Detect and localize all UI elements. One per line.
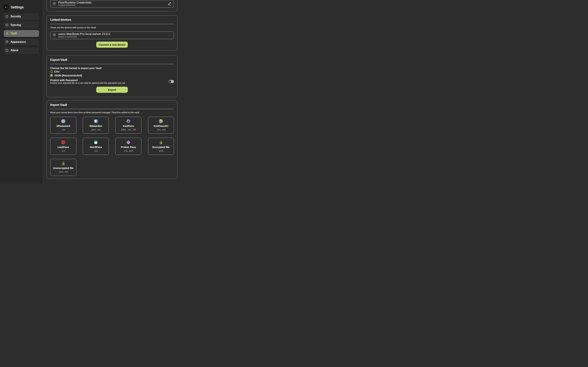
sidebar-header: Settings	[0, 0, 43, 10]
edit-credentials-button[interactable]	[168, 2, 171, 6]
provider-formats: .csv	[94, 150, 98, 152]
toggle-knob	[169, 80, 171, 83]
import-vault-heading: Import Vault	[50, 103, 174, 107]
provider-formats: .json, .csv	[91, 128, 101, 131]
shield-icon	[5, 15, 9, 18]
export-button[interactable]: Export	[96, 87, 128, 93]
sidebar-item-label: Vault	[10, 32, 17, 35]
import-card-proton-pass[interactable]: Proton Pass.csv, .json	[115, 138, 141, 155]
provider-formats: .json, .csv	[59, 170, 68, 173]
import-card-keepass[interactable]: KeePass.kdbx, .csv, .xml	[115, 117, 141, 134]
import-card-encrypted-file[interactable]: Encrypted file.json	[148, 138, 174, 155]
sidebar-item-syncing[interactable]: Syncing	[4, 22, 39, 28]
protect-password-toggle[interactable]	[169, 80, 174, 83]
linked-devices-description: These are the devices with access to thi…	[50, 26, 174, 29]
import-card-lastpass[interactable]: LastPass.csv	[50, 138, 76, 155]
export-vault-heading: Export Vault	[50, 58, 174, 62]
keepass-icon	[126, 119, 130, 123]
settings-menu: SecuritySyncingVaultAppearanceAbout	[0, 13, 43, 54]
protect-description: Protect your exported file so it can onl…	[50, 82, 125, 84]
bitwarden-icon	[94, 119, 98, 123]
sync-icon	[5, 23, 9, 27]
settings-sidebar: Settings SecuritySyncingVaultAppearanceA…	[0, 0, 43, 184]
provider-name: KeePass	[123, 125, 134, 128]
export-vault-section: Export Vault Choose the file format to e…	[47, 55, 178, 97]
provider-formats: .csv, .xml	[156, 128, 165, 131]
import-card-keepassxc[interactable]: KeePassXC.csv, .xml	[148, 117, 174, 134]
device-card[interactable]: users-MacBook-Pro.local darwin 23.6.0 Ad…	[50, 32, 174, 39]
provider-formats: .json	[159, 150, 163, 152]
import-card-bitwarden[interactable]: Bitwarden.json, .csv	[83, 117, 109, 134]
protect-with-password-label: Protect with Password	[50, 79, 125, 82]
provider-name: LastPass	[58, 146, 69, 149]
key-circle-icon	[53, 33, 56, 37]
sidebar-item-label: Security	[10, 15, 21, 18]
back-button[interactable]	[3, 4, 9, 10]
import-vault-section: Import Vault Move your saved items here …	[47, 100, 178, 179]
provider-name: Proton Pass	[121, 146, 136, 149]
lastpass-icon	[61, 140, 65, 144]
unencrypted-file-icon	[61, 161, 65, 165]
format-label: Choose the file format to export your Va…	[50, 67, 174, 70]
sidebar-item-label: Syncing	[10, 23, 21, 26]
credentials-title: PearRuntime Credentials	[58, 1, 92, 4]
arrow-left-icon	[5, 6, 8, 9]
onepassword-icon	[61, 119, 65, 123]
info-icon	[5, 49, 9, 52]
nordpass-icon	[94, 140, 98, 144]
key-circle-icon	[53, 2, 56, 6]
provider-name: Bitwarden	[89, 125, 102, 128]
credentials-section: PearRuntime Credentials Created 02/03/20…	[47, 0, 178, 11]
credentials-created: Created 02/03/2026	[58, 4, 92, 7]
connect-new-device-button[interactable]: Connect a new device	[96, 42, 128, 48]
main-content: PearRuntime Credentials Created 02/03/20…	[43, 0, 294, 184]
import-card-nordpass[interactable]: NordPass.csv	[83, 138, 109, 155]
provider-name: KeePassXC	[154, 125, 168, 128]
device-name: users-MacBook-Pro.local darwin 23.6.0	[58, 33, 110, 35]
radio-circle	[50, 70, 53, 73]
provider-name: 1Password	[56, 125, 70, 128]
radio-label: CSV	[54, 70, 60, 73]
keepassxc-icon	[159, 119, 163, 123]
palette-icon	[5, 40, 9, 44]
provider-name: Encrypted file	[152, 146, 170, 149]
provider-name: Unencrypted file	[53, 167, 73, 170]
import-card-1password[interactable]: 1Password.csv	[50, 117, 76, 134]
sidebar-item-about[interactable]: About	[4, 47, 39, 54]
radio-option-csv[interactable]: CSV	[50, 70, 174, 74]
sidebar-item-label: About	[10, 49, 18, 52]
radio-circle	[50, 74, 53, 77]
key-circle-icon	[5, 32, 9, 35]
device-added: Added on 02/03/2026	[58, 35, 110, 38]
sidebar-item-security[interactable]: Security	[4, 13, 39, 20]
provider-formats: .kdbx, .csv, .xml	[121, 128, 136, 131]
encrypted-file-icon	[159, 140, 163, 144]
sidebar-item-label: Appearance	[10, 40, 26, 43]
protonpass-icon	[126, 140, 130, 144]
import-providers-grid: 1Password.csvBitwarden.json, .csvKeePass…	[50, 117, 174, 176]
provider-name: NordPass	[90, 146, 102, 149]
provider-formats: .csv	[61, 128, 65, 131]
radio-option-json[interactable]: JSON (Recommended)	[50, 74, 174, 77]
credentials-card[interactable]: PearRuntime Credentials Created 02/03/20…	[50, 0, 174, 8]
sidebar-item-appearance[interactable]: Appearance	[4, 39, 39, 45]
provider-formats: .csv, .json	[123, 150, 133, 152]
page-title: Settings	[11, 5, 24, 9]
import-vault-description: Move your saved items here from another …	[50, 111, 174, 114]
radio-label: JSON (Recommended)	[54, 74, 82, 77]
import-card-unencrypted-file[interactable]: Unencrypted file.json, .csv	[50, 159, 76, 176]
pencil-icon	[168, 3, 171, 6]
linked-devices-heading: Linked devices	[50, 18, 174, 22]
linked-devices-section: Linked devices These are the devices wit…	[47, 15, 178, 51]
provider-formats: .csv	[61, 150, 65, 152]
sidebar-item-vault[interactable]: Vault	[4, 30, 39, 37]
